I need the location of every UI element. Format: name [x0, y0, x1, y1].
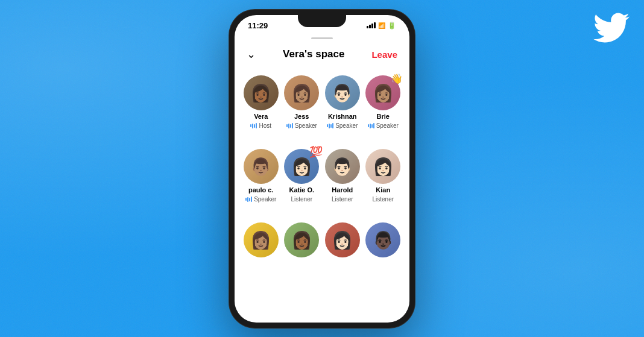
mic-icon-paulo — [245, 197, 252, 202]
name-krishnan: Krishnan — [324, 113, 361, 120]
more-listeners-section: 👩🏽 👩🏾 — [235, 215, 409, 269]
name-paulo: paulo c. — [243, 186, 279, 194]
participant-p4[interactable]: 👨🏿 — [364, 220, 403, 260]
avatar-wrapper-harold: 👨🏻 — [325, 149, 360, 184]
back-chevron[interactable]: ⌄ — [247, 48, 256, 61]
status-time: 11:29 — [248, 21, 268, 30]
avatar-paulo: 👨🏽 — [244, 149, 279, 184]
role-label-jess: Speaker — [295, 122, 317, 129]
role-krishnan: Speaker — [327, 122, 358, 129]
name-jess: Jess — [284, 113, 320, 120]
more-listeners-grid: 👩🏽 👩🏾 — [242, 220, 402, 260]
wifi-icon: 📶 — [378, 22, 385, 29]
avatar-kian: 👩🏻 — [365, 149, 400, 184]
role-kian: Listener — [372, 196, 394, 203]
participant-p1[interactable]: 👩🏽 — [242, 220, 280, 260]
participant-krishnan[interactable]: 👨🏻 Krishnan — [323, 73, 362, 131]
participant-brie[interactable]: 👩🏽 👋 Brie — [364, 73, 403, 131]
avatar-vera: 👩🏾 — [244, 75, 279, 110]
participant-harold[interactable]: 👨🏻 Harold Listener — [323, 146, 362, 205]
leave-button[interactable]: Leave — [371, 49, 397, 60]
name-harold: Harold — [324, 186, 361, 194]
participant-kian[interactable]: 👩🏻 Kian Listener — [364, 146, 403, 205]
name-kian: Kian — [365, 186, 402, 194]
avatar-wrapper-krishnan: 👨🏻 — [325, 75, 360, 110]
role-vera: Host — [250, 122, 271, 129]
space-title: Vera's space — [283, 48, 344, 60]
participant-p2[interactable]: 👩🏾 — [283, 220, 321, 260]
role-katie: Listener — [291, 196, 312, 203]
role-jess: Speaker — [286, 122, 317, 129]
avatar-wrapper-katie: 👩🏻 💯 — [284, 149, 319, 184]
avatar-p2: 👩🏾 — [284, 222, 319, 257]
mic-icon-jess — [286, 123, 293, 128]
participant-jess[interactable]: 👩🏽 Jess — [283, 73, 321, 131]
twitter-logo — [593, 10, 630, 46]
speakers-section: 👩🏾 Vera — [235, 68, 409, 131]
avatar-wrapper-brie: 👩🏽 👋 — [365, 75, 400, 110]
participant-vera[interactable]: 👩🏾 Vera — [242, 73, 280, 131]
avatar-wrapper-kian: 👩🏻 — [365, 149, 400, 184]
phone-frame: 11:29 📶 🔋 ⌄ Vera's space Leave — [229, 9, 415, 329]
role-label-vera: Host — [259, 122, 271, 129]
role-label-brie: Speaker — [376, 122, 399, 129]
mic-icon-brie — [368, 123, 374, 128]
role-label-krishnan: Speaker — [335, 122, 358, 129]
participant-paulo[interactable]: 👨🏽 paulo c. — [242, 146, 280, 205]
avatar-p4: 👨🏿 — [365, 222, 400, 257]
sticker-katie: 💯 — [309, 146, 323, 157]
role-label-paulo: Speaker — [254, 196, 276, 203]
avatar-p1: 👩🏽 — [244, 222, 279, 257]
avatar-wrapper-vera: 👩🏾 — [244, 75, 279, 110]
role-brie: Speaker — [368, 122, 399, 129]
app-header: ⌄ Vera's space Leave — [235, 39, 409, 68]
speakers-grid: 👩🏾 Vera — [242, 73, 402, 131]
section-divider-2 — [235, 210, 409, 210]
mic-icon-krishnan — [327, 123, 333, 128]
role-label-katie: Listener — [291, 196, 312, 203]
section-divider — [235, 136, 409, 137]
name-vera: Vera — [243, 113, 279, 120]
participant-p3[interactable]: 👩🏻 — [323, 220, 362, 260]
avatar-jess: 👩🏽 — [284, 75, 319, 110]
listeners-section: 👨🏽 paulo c. — [235, 142, 409, 205]
mic-icon-vera — [250, 123, 257, 128]
phone-notch — [298, 15, 346, 27]
avatar-wrapper-p2: 👩🏾 — [284, 222, 319, 257]
avatar-p3: 👩🏻 — [325, 222, 360, 257]
role-paulo: Speaker — [245, 196, 276, 203]
role-harold: Listener — [332, 196, 353, 203]
role-label-kian: Listener — [372, 196, 394, 203]
status-icons: 📶 🔋 — [367, 22, 396, 30]
phone-screen: 11:29 📶 🔋 ⌄ Vera's space Leave — [235, 15, 409, 323]
avatar-wrapper-p1: 👩🏽 — [244, 222, 279, 257]
avatar-wrapper-p3: 👩🏻 — [325, 222, 360, 257]
participant-katie[interactable]: 👩🏻 💯 Katie O. Listener — [283, 146, 321, 205]
avatar-wrapper-jess: 👩🏽 — [284, 75, 319, 110]
scroll-content[interactable]: ⌄ Vera's space Leave 👩🏾 Vera — [235, 39, 409, 322]
signal-icon — [367, 22, 376, 28]
avatar-harold: 👨🏻 — [325, 149, 360, 184]
wave-emoji-brie: 👋 — [391, 74, 403, 84]
listeners-grid: 👨🏽 paulo c. — [242, 146, 402, 205]
battery-icon: 🔋 — [388, 22, 396, 30]
avatar-krishnan: 👨🏻 — [325, 75, 360, 110]
avatar-wrapper-paulo: 👨🏽 — [244, 149, 279, 184]
role-label-harold: Listener — [332, 196, 353, 203]
name-brie: Brie — [365, 113, 402, 120]
avatar-wrapper-p4: 👨🏿 — [365, 222, 400, 257]
name-katie: Katie O. — [284, 186, 320, 194]
